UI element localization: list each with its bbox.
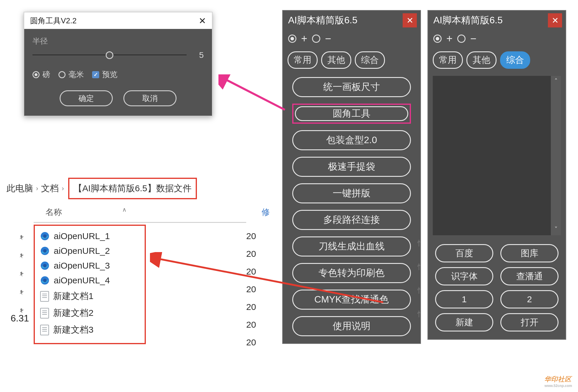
link-pantone-button[interactable]: 查潘通	[500, 267, 559, 285]
file-date: 20	[246, 334, 256, 351]
quick-access-pins	[19, 234, 26, 325]
watermark: 华印社区www.52cnp.com	[544, 375, 572, 388]
pin-icon	[18, 288, 27, 297]
cancel-button[interactable]: 取消	[123, 90, 177, 106]
preview-checkbox[interactable]: ✓ 预览	[92, 69, 117, 80]
tab-row: 常用 其他 综合	[428, 49, 566, 74]
preview-label: 预览	[102, 69, 117, 80]
chevron-right-icon: ›	[62, 185, 64, 192]
file-date: 20	[246, 316, 256, 334]
crumb-folder-highlight: 【AI脚本精简版6.5】数据文件	[68, 178, 197, 199]
unit-pt-label: 磅	[43, 69, 50, 80]
scrollbar[interactable]: ˄ ˅	[551, 76, 561, 235]
script-button[interactable]: 极速手提袋	[292, 157, 411, 177]
radius-value: 5	[192, 50, 204, 60]
plus-icon[interactable]: +	[445, 32, 454, 45]
pin-icon	[18, 269, 27, 279]
list-item[interactable]: aiOpenURL_2	[35, 244, 145, 258]
tab-misc[interactable]: 综合	[355, 51, 385, 69]
crumb-folder[interactable]: 【AI脚本精简版6.5】数据文件	[74, 183, 192, 193]
script-button[interactable]: 多段路径连接	[292, 210, 411, 230]
close-icon[interactable]: ✕	[403, 13, 417, 27]
file-list-highlight: aiOpenURL_1 aiOpenURL_2 aiOpenURL_3 aiOp…	[34, 225, 146, 344]
slot-1-button[interactable]: 1	[435, 290, 493, 308]
file-date: 20	[246, 298, 256, 316]
tab-misc[interactable]: 综合	[500, 51, 530, 69]
minus-icon[interactable]: −	[324, 32, 332, 45]
annotation-arrow-icon	[218, 74, 287, 112]
col-modified[interactable]: 修	[262, 207, 270, 218]
open-button[interactable]: 打开	[500, 313, 559, 331]
truncated-text: 忄 忄 忄 忄	[417, 231, 424, 326]
content-listbox[interactable]: ˄ ˅	[433, 76, 561, 235]
tab-other[interactable]: 其他	[321, 51, 351, 69]
edge-icon	[40, 231, 50, 241]
script-button[interactable]: 专色转为印刷色	[292, 263, 411, 283]
slider-track[interactable]	[32, 55, 187, 56]
file-name: 新建文档3	[53, 324, 94, 336]
document-icon	[40, 291, 49, 302]
breadcrumb: 此电脑 › 文档 › 【AI脚本精简版6.5】数据文件	[6, 178, 197, 199]
side-text: 6.31	[11, 313, 29, 324]
panel-titlebar[interactable]: AI脚本精简版6.5 ✕	[428, 11, 566, 30]
chevron-up-icon[interactable]: ˄	[554, 78, 558, 85]
script-button[interactable]: CMYK查找潘通色	[292, 290, 411, 310]
col-name[interactable]: 名称	[45, 207, 62, 218]
script-button-list: 统一画板尺寸 圆角工具 包装盒型2.0 极速手提袋 一键拼版 多段路径连接 刀线…	[283, 74, 420, 343]
panel-title: AI脚本精简版6.5	[433, 14, 503, 27]
tab-common[interactable]: 常用	[288, 51, 318, 69]
unit-mm-radio[interactable]: 毫米	[58, 69, 84, 80]
unit-pt-radio[interactable]: 磅	[32, 69, 50, 80]
radio-off-icon[interactable]	[457, 35, 466, 43]
crumb-root[interactable]: 此电脑	[6, 182, 33, 195]
list-item[interactable]: aiOpenURL_3	[35, 258, 145, 273]
file-list-header[interactable]: 名称 ∧ 修	[34, 204, 246, 223]
crumb-docs[interactable]: 文档	[41, 182, 59, 195]
sort-asc-icon[interactable]: ∧	[122, 206, 127, 213]
script-button-round-corner[interactable]: 圆角工具	[292, 104, 411, 124]
radio-off-icon[interactable]	[312, 35, 320, 43]
file-date: 20	[246, 280, 256, 298]
radio-on-icon[interactable]	[433, 35, 442, 43]
file-name: aiOpenURL_2	[54, 246, 110, 256]
link-gallery-button[interactable]: 图库	[500, 244, 559, 262]
script-button[interactable]: 使用说明	[292, 316, 411, 336]
slider-thumb[interactable]	[106, 51, 113, 59]
close-icon[interactable]: ✕	[199, 16, 206, 26]
script-panel-common: AI脚本精简版6.5 ✕ + − 常用 其他 综合 统一画板尺寸 圆角工具 包装…	[282, 10, 421, 344]
plus-icon[interactable]: +	[300, 32, 308, 45]
svg-point-5	[43, 264, 47, 267]
chevron-down-icon[interactable]: ˅	[554, 226, 558, 233]
close-icon[interactable]: ✕	[548, 13, 562, 27]
edge-icon	[40, 276, 50, 285]
link-fontid-button[interactable]: 识字体	[435, 267, 493, 285]
svg-point-7	[43, 279, 47, 282]
tab-other[interactable]: 其他	[466, 51, 497, 69]
panel-titlebar[interactable]: AI脚本精简版6.5 ✕	[283, 11, 420, 30]
list-item[interactable]: 新建文档1	[35, 288, 145, 305]
script-button[interactable]: 统一画板尺寸	[292, 77, 411, 97]
link-baidu-button[interactable]: 百度	[435, 244, 493, 262]
list-item[interactable]: aiOpenURL_4	[35, 273, 145, 288]
checkmark-icon: ✓	[92, 71, 99, 78]
script-button[interactable]: 一键拼版	[292, 183, 411, 203]
date-column: 20 20 20 20 20 20 20	[246, 227, 256, 351]
new-button[interactable]: 新建	[435, 313, 493, 331]
file-date: 20	[246, 263, 256, 280]
dialog-title: 圆角工具V2.2	[30, 16, 77, 26]
list-item[interactable]: 新建文档2	[35, 305, 145, 321]
script-button[interactable]: 刀线生成出血线	[292, 236, 411, 257]
script-button[interactable]: 包装盒型2.0	[292, 130, 411, 150]
pin-icon	[18, 233, 27, 242]
zoom-toggle: + −	[283, 30, 420, 49]
list-item[interactable]: 新建文档3	[35, 321, 145, 338]
list-item[interactable]: aiOpenURL_1	[35, 229, 145, 244]
radio-on-icon[interactable]	[288, 35, 296, 43]
dialog-titlebar[interactable]: 圆角工具V2.2 ✕	[24, 12, 212, 29]
slot-2-button[interactable]: 2	[500, 290, 559, 308]
quick-link-grid: 百度 图库 识字体 查潘通 1 2 新建 打开	[428, 238, 566, 339]
ok-button[interactable]: 确定	[60, 90, 113, 106]
tab-common[interactable]: 常用	[433, 51, 463, 69]
minus-icon[interactable]: −	[469, 32, 478, 45]
radius-slider[interactable]: 5	[32, 50, 204, 60]
